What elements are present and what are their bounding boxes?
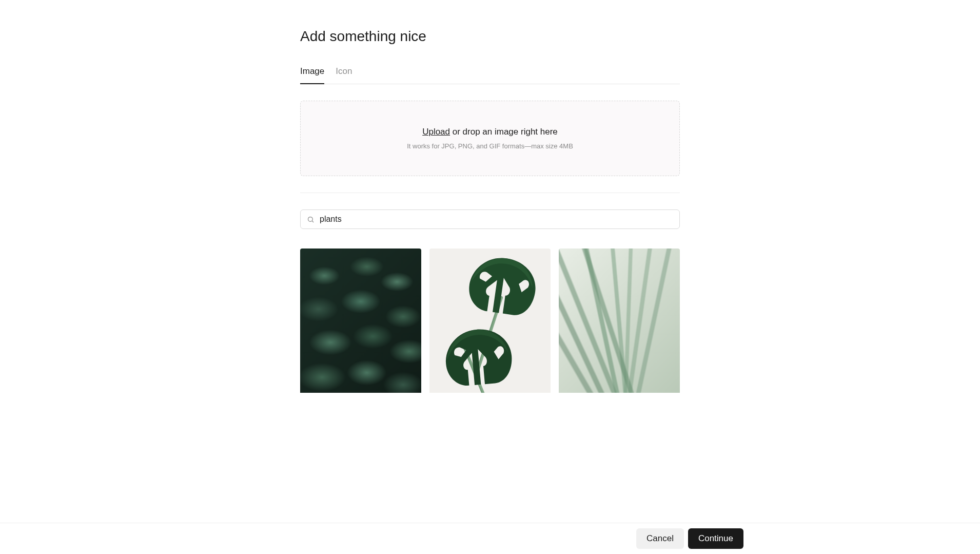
tabs: Image Icon [300,66,680,84]
tab-image[interactable]: Image [300,66,324,84]
dropzone-sub-text: It works for JPG, PNG, and GIF formats—m… [311,142,669,150]
main-container: Add something nice Image Icon Upload or … [300,0,680,393]
plant-leaf [459,249,546,325]
upload-link[interactable]: Upload [422,127,450,137]
upload-dropzone[interactable]: Upload or drop an image right here It wo… [300,101,680,176]
result-tile[interactable] [300,249,421,393]
footer-bar: Cancel Continue [0,523,980,554]
cancel-button[interactable]: Cancel [636,528,684,549]
results-grid [300,249,680,393]
search-input[interactable] [320,215,673,224]
page-title: Add something nice [300,28,680,45]
tab-icon[interactable]: Icon [336,66,352,84]
search-icon [307,216,315,223]
svg-point-0 [308,217,313,221]
continue-button[interactable]: Continue [688,528,743,549]
dropzone-main-suffix: or drop an image right here [450,127,558,137]
result-tile[interactable] [559,249,680,393]
result-tile[interactable] [429,249,551,393]
plant-leaf [436,319,520,393]
dropzone-main-text: Upload or drop an image right here [311,127,669,137]
svg-line-1 [312,221,313,222]
divider [300,193,680,193]
search-wrap [300,209,680,229]
